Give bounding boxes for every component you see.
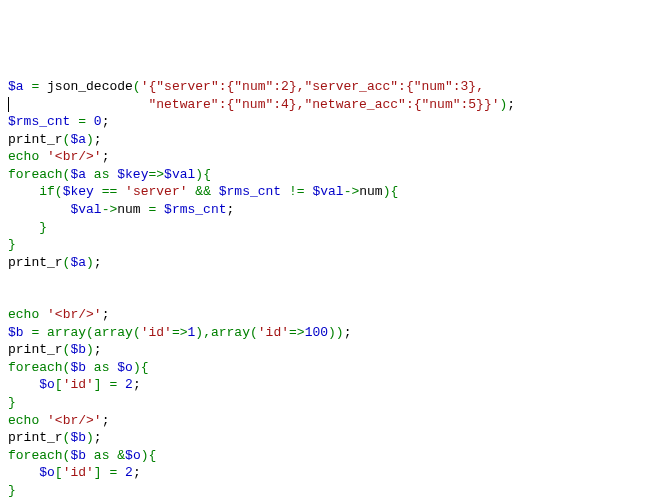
code-token: ;	[102, 114, 110, 129]
code-token: {	[203, 167, 211, 182]
code-token: ;	[507, 97, 515, 112]
code-line	[8, 289, 639, 307]
code-line: $a = json_decode('{"server":{"num":2},"s…	[8, 78, 639, 96]
code-line: $b = array(array('id'=>1),array('id'=>10…	[8, 324, 639, 342]
code-token: '<br/>'	[47, 413, 102, 428]
code-token: $b	[70, 360, 86, 375]
code-token	[39, 413, 47, 428]
code-token: {	[149, 448, 157, 463]
code-token	[94, 184, 102, 199]
code-token: 100	[305, 325, 328, 340]
code-token: ]	[94, 465, 102, 480]
code-token	[8, 202, 70, 217]
code-line: $o['id'] = 2;	[8, 464, 639, 482]
code-token: ->	[102, 202, 118, 217]
code-token: $val	[164, 167, 195, 182]
code-token: 2	[125, 465, 133, 480]
code-token: $val	[312, 184, 343, 199]
code-token: }	[8, 483, 16, 498]
code-token: $o	[117, 360, 133, 375]
code-token: num	[359, 184, 382, 199]
code-token	[86, 360, 94, 375]
code-token: )	[195, 167, 203, 182]
code-token: &&	[195, 184, 211, 199]
code-token: )	[86, 430, 94, 445]
code-token: $a	[70, 132, 86, 147]
code-token: echo	[8, 149, 39, 164]
code-block: $a = json_decode('{"server":{"num":2},"s…	[8, 78, 639, 501]
code-token	[8, 184, 39, 199]
code-token	[281, 184, 289, 199]
code-token: {	[141, 360, 149, 375]
code-token: $b	[70, 448, 86, 463]
code-token: )	[86, 255, 94, 270]
code-token: ;	[94, 430, 102, 445]
code-token: $a	[70, 167, 86, 182]
code-token: foreach	[8, 360, 63, 375]
code-token	[117, 377, 125, 392]
code-line: $rms_cnt = 0;	[8, 113, 639, 131]
code-token: $o	[125, 448, 141, 463]
code-token: =>	[289, 325, 305, 340]
code-token	[8, 97, 148, 112]
code-token: ;	[102, 413, 110, 428]
code-token: $o	[39, 377, 55, 392]
code-token: 'id'	[63, 465, 94, 480]
code-token: echo	[8, 307, 39, 322]
code-token: (	[133, 79, 141, 94]
code-token	[156, 202, 164, 217]
code-line: echo '<br/>';	[8, 148, 639, 166]
code-token: )	[141, 448, 149, 463]
code-token: '<br/>'	[47, 307, 102, 322]
code-token: ;	[102, 307, 110, 322]
code-token: ;	[94, 342, 102, 357]
code-token: (	[250, 325, 258, 340]
code-token: ]	[94, 377, 102, 392]
code-line: }	[8, 394, 639, 412]
code-token: 'id'	[141, 325, 172, 340]
code-token: }	[39, 220, 47, 235]
code-token	[117, 465, 125, 480]
code-token: $b	[70, 430, 86, 445]
code-token: =>	[172, 325, 188, 340]
code-token: print_r	[8, 430, 63, 445]
code-token: $val	[70, 202, 101, 217]
code-token: 'id'	[258, 325, 289, 340]
code-token: )	[336, 325, 344, 340]
code-line: if($key == 'server' && $rms_cnt != $val-…	[8, 183, 639, 201]
code-line: print_r($b);	[8, 341, 639, 359]
code-token: foreach	[8, 448, 63, 463]
code-token: if	[39, 184, 55, 199]
code-token: )	[328, 325, 336, 340]
code-token: array	[211, 325, 250, 340]
code-token: echo	[8, 413, 39, 428]
code-token: ;	[133, 465, 141, 480]
code-token: )	[195, 325, 203, 340]
code-line: foreach($b as &$o){	[8, 447, 639, 465]
code-token: array	[47, 325, 86, 340]
code-token: print_r	[8, 132, 63, 147]
code-token: )	[86, 132, 94, 147]
code-token	[8, 377, 39, 392]
code-token	[39, 149, 47, 164]
code-token: 'server'	[125, 184, 187, 199]
code-token: '<br/>'	[47, 149, 102, 164]
code-token: ;	[94, 132, 102, 147]
code-token: $rms_cnt	[164, 202, 226, 217]
code-token: &	[117, 448, 125, 463]
code-token: $rms_cnt	[219, 184, 281, 199]
code-line: }	[8, 219, 639, 237]
code-token: print_r	[8, 255, 63, 270]
code-token: $b	[8, 325, 24, 340]
code-token	[8, 220, 39, 235]
code-token: $key	[117, 167, 148, 182]
code-token: [	[55, 465, 63, 480]
code-line: echo '<br/>';	[8, 306, 639, 324]
code-token: ;	[94, 255, 102, 270]
code-token: )	[133, 360, 141, 375]
code-token	[86, 114, 94, 129]
code-token: ->	[344, 184, 360, 199]
code-token: (	[55, 184, 63, 199]
code-line: print_r($a);	[8, 131, 639, 149]
code-token: )	[86, 342, 94, 357]
